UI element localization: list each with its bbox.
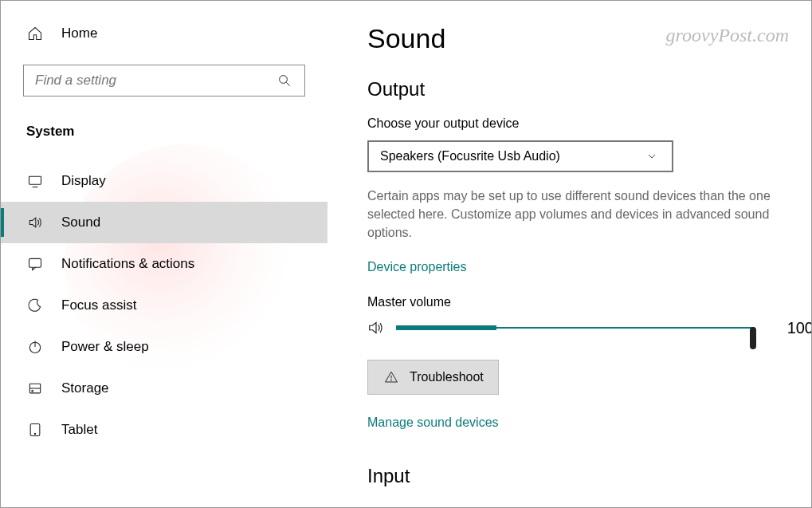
sidebar-item-label: Focus assist xyxy=(61,297,136,313)
home-button[interactable]: Home xyxy=(1,17,328,50)
svg-rect-4 xyxy=(29,258,41,267)
storage-icon xyxy=(26,380,44,397)
choose-output-label: Choose your output device xyxy=(367,116,787,131)
sidebar-item-label: Tablet xyxy=(61,422,97,438)
main-content: groovyPost.com Sound Output Choose your … xyxy=(328,1,811,507)
svg-point-11 xyxy=(34,433,35,434)
tablet-icon xyxy=(26,421,44,439)
svg-point-8 xyxy=(32,391,33,392)
slider-fill xyxy=(396,325,496,330)
home-label: Home xyxy=(61,26,97,41)
output-heading: Output xyxy=(367,78,787,100)
home-icon xyxy=(26,25,44,42)
slider-track xyxy=(396,327,755,329)
slider-thumb[interactable] xyxy=(750,327,756,349)
search-input-container[interactable] xyxy=(23,65,305,96)
sidebar-item-label: Notifications & actions xyxy=(61,256,194,272)
sidebar-item-display[interactable]: Display xyxy=(1,160,328,202)
master-volume-slider[interactable] xyxy=(396,319,755,337)
sidebar-item-label: Storage xyxy=(61,380,109,396)
watermark: groovyPost.com xyxy=(666,25,789,46)
chevron-down-icon xyxy=(643,148,661,165)
search-input[interactable] xyxy=(35,73,254,89)
input-heading: Input xyxy=(367,465,787,487)
volume-icon[interactable] xyxy=(367,319,385,337)
sidebar-item-storage[interactable]: Storage xyxy=(1,368,328,409)
svg-point-13 xyxy=(391,380,392,380)
warning-icon xyxy=(382,368,400,386)
output-helper-text: Certain apps may be set up to use differ… xyxy=(367,187,787,242)
sidebar-item-label: Display xyxy=(61,173,106,189)
sidebar: Home System Display Sound Notifica xyxy=(1,1,328,507)
sidebar-item-label: Power & sleep xyxy=(61,339,149,355)
sound-icon xyxy=(26,214,44,231)
sidebar-item-focus-assist[interactable]: Focus assist xyxy=(1,285,328,326)
sidebar-item-sound[interactable]: Sound xyxy=(1,202,328,243)
sidebar-item-label: Sound xyxy=(61,215,100,230)
troubleshoot-button[interactable]: Troubleshoot xyxy=(367,360,499,395)
sidebar-item-tablet[interactable]: Tablet xyxy=(1,409,328,451)
troubleshoot-label: Troubleshoot xyxy=(410,370,484,384)
manage-sound-devices-link[interactable]: Manage sound devices xyxy=(367,415,499,430)
notifications-icon xyxy=(26,255,44,273)
dropdown-selected-value: Speakers (Focusrite Usb Audio) xyxy=(380,149,560,163)
power-icon xyxy=(26,338,44,356)
sidebar-section-label: System xyxy=(1,119,328,160)
device-properties-link[interactable]: Device properties xyxy=(367,260,467,274)
svg-line-1 xyxy=(286,82,290,86)
sidebar-item-notifications[interactable]: Notifications & actions xyxy=(1,243,328,285)
master-volume-row: 100 xyxy=(367,319,811,337)
svg-point-0 xyxy=(280,76,288,84)
master-volume-value: 100 xyxy=(766,319,811,337)
master-volume-label: Master volume xyxy=(367,295,787,309)
sidebar-item-power-sleep[interactable]: Power & sleep xyxy=(1,326,328,368)
svg-rect-2 xyxy=(29,176,41,184)
search-icon xyxy=(276,72,293,89)
display-icon xyxy=(26,172,44,190)
output-device-dropdown[interactable]: Speakers (Focusrite Usb Audio) xyxy=(367,140,673,172)
focus-assist-icon xyxy=(26,297,44,314)
